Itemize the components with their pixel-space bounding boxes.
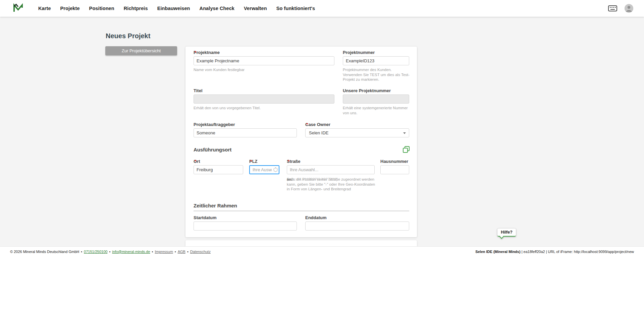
separator-dot: • [175, 250, 176, 254]
new-project-form-card: Projektname* Name vom Kunden festlegbar … [185, 47, 417, 237]
projektauftraggeber-label: Projektauftraggeber [194, 122, 235, 127]
strasse-helper-example: (z.B.: 48.8115607,9.4077422) [287, 177, 337, 182]
agb-link[interactable]: AGB [178, 250, 185, 254]
zeitlicher-rahmen-section-title: Zeitlicher Rahmen [194, 203, 237, 208]
hausnummer-label: Hausnummer [380, 159, 408, 164]
required-asterisk: * [306, 122, 308, 127]
nav-item-einbauweisen[interactable]: Einbauweisen [157, 6, 190, 11]
required-asterisk: * [195, 50, 196, 55]
projektnummer-label: Projektnummer [343, 50, 375, 55]
case-owner-label-text: Case Owner [305, 122, 330, 127]
unsere-projektnummer-helper: Erhält eine systemgenerierte Nummer von … [343, 106, 410, 115]
nav-right-icons [608, 4, 633, 13]
projektauftraggeber-input[interactable] [194, 128, 297, 137]
required-asterisk: * [195, 159, 196, 164]
projektname-input[interactable] [194, 56, 334, 65]
required-asterisk: * [250, 159, 252, 164]
email-link[interactable]: info@mineral-minds.de [112, 250, 150, 254]
nav-item-richtpreis[interactable]: Richtpreis [124, 6, 148, 11]
back-to-project-overview-button[interactable]: Zur Projektübersicht [105, 46, 177, 55]
case-owner-select[interactable]: Selen IDE [305, 128, 409, 137]
session-details: | ea18feff20a2 | URL of iFrame: http://l… [521, 250, 634, 254]
titel-label: Titel [194, 88, 203, 93]
help-button[interactable]: Hilfe? [497, 229, 516, 237]
ausfuehrungsort-section-title: Ausführungsort [194, 147, 231, 152]
help-button-label: Hilfe? [501, 230, 513, 235]
nav-item-so-funktionierts[interactable]: So funktioniert's [276, 6, 315, 11]
nav-item-verwalten[interactable]: Verwalten [244, 6, 267, 11]
user-avatar[interactable] [625, 4, 633, 13]
session-user: Selen IDE (Mineral Minds) [475, 250, 520, 254]
impressum-link[interactable]: Impressum [155, 250, 173, 254]
copyright-text: © 2026 Mineral Minds Deutschland GmbH [10, 250, 79, 254]
top-nav: Karte Projekte Positionen Richtpreis Ein… [0, 0, 644, 17]
page-title: Neues Projekt [106, 32, 150, 40]
enddatum-label: Enddatum [305, 215, 327, 220]
nav-item-analyse-check[interactable]: Analyse Check [200, 6, 234, 11]
projektname-label-text: Projektname [194, 50, 220, 55]
footer-left: © 2026 Mineral Minds Deutschland GmbH • … [10, 250, 211, 254]
copy-icon[interactable] [402, 146, 410, 153]
datenschutz-link[interactable]: Datenschutz [190, 250, 211, 254]
strasse-input[interactable] [287, 165, 375, 174]
unsere-projektnummer-label: Unsere Projektnummer [343, 88, 391, 93]
person-icon [625, 4, 633, 13]
strasse-helper-suffix: an. [287, 177, 292, 182]
enddatum-input[interactable] [305, 222, 409, 231]
section-divider [194, 211, 409, 211]
brand-logo[interactable] [13, 3, 23, 14]
nav-item-projekte[interactable]: Projekte [60, 6, 80, 11]
app-root: Karte Projekte Positionen Richtpreis Ein… [0, 0, 644, 316]
titel-input [194, 94, 334, 104]
unsere-projektnummer-input [343, 94, 409, 104]
separator-dot: • [81, 250, 82, 254]
separator-dot: • [187, 250, 189, 254]
nav-item-positionen[interactable]: Positionen [89, 6, 114, 11]
main-nav: Karte Projekte Positionen Richtpreis Ein… [38, 6, 315, 11]
loading-spinner-icon [273, 168, 278, 172]
titel-helper: Erhält den von uns vorgegebenen Titel. [194, 106, 334, 111]
nav-item-karte[interactable]: Karte [38, 6, 51, 11]
keyboard-icon[interactable] [608, 5, 617, 11]
projektname-helper: Name vom Kunden festlegbar [194, 67, 334, 72]
required-asterisk: * [288, 159, 289, 164]
separator-dot: • [152, 250, 153, 254]
ort-input[interactable] [194, 165, 243, 174]
logo-icon [13, 3, 23, 14]
separator-dot: • [109, 250, 110, 254]
projektnummer-input[interactable] [343, 56, 409, 65]
next-card-preview [185, 240, 417, 247]
footer: © 2026 Mineral Minds Deutschland GmbH • … [0, 246, 644, 256]
footer-session-info: Selen IDE (Mineral Minds) | ea18feff20a2… [475, 250, 634, 254]
chevron-down-icon [403, 132, 406, 134]
case-owner-selected-value: Selen IDE [309, 130, 406, 135]
hausnummer-input[interactable] [380, 165, 409, 174]
projektnummer-helper: Projektnummer des Kunden. Verwenden Sie … [343, 67, 410, 82]
startdatum-label: Startdatum [194, 215, 217, 220]
startdatum-input[interactable] [194, 222, 297, 231]
phone-link[interactable]: 07151/250100 [84, 250, 107, 254]
